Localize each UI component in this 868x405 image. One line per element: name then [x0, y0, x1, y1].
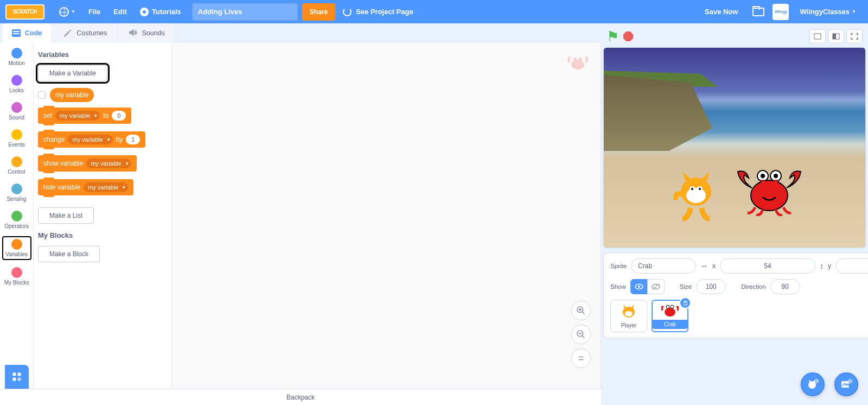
- sprite-y-input[interactable]: [835, 258, 868, 274]
- block-set-variable[interactable]: set my variable to 0: [38, 107, 131, 124]
- project-title-input[interactable]: Adding Lives: [192, 3, 298, 21]
- zoom-out-button[interactable]: [571, 325, 591, 344]
- block-palette: Variables Make a Variable my variable se…: [34, 43, 172, 389]
- equals-icon: =: [578, 353, 584, 364]
- sprite-card-crab-name: Crab: [653, 320, 687, 329]
- sprite-panel: Sprite ↔ x ↕ y Show Size: [603, 252, 866, 338]
- block-change-variable[interactable]: change my variable by 1: [38, 131, 145, 148]
- account-menu[interactable]: WiingyClasses ▼: [793, 0, 863, 23]
- show-var-arg[interactable]: my variable: [86, 159, 131, 168]
- category-variables[interactable]: Variables: [2, 236, 31, 260]
- fab-buttons: [801, 372, 858, 396]
- delete-sprite-button[interactable]: [679, 297, 691, 309]
- myblocks-dot-icon: [11, 267, 22, 278]
- folder-icon[interactable]: [752, 8, 764, 16]
- editor-tabs: Code Costumes Sounds: [0, 23, 601, 43]
- variable-visibility-checkbox[interactable]: [38, 91, 46, 99]
- set-value-input[interactable]: 0: [112, 111, 126, 121]
- block-show-variable[interactable]: show variable my variable: [38, 155, 137, 172]
- language-menu[interactable]: ▼: [53, 0, 82, 23]
- eye-off-icon: [652, 283, 660, 290]
- add-backdrop-button[interactable]: [834, 372, 858, 396]
- player-sprite-on-stage[interactable]: [672, 167, 720, 222]
- category-myblocks-label: My Blocks: [4, 280, 29, 286]
- sprite-direction-input[interactable]: [770, 279, 800, 294]
- make-variable-button[interactable]: Make a Variable: [38, 65, 107, 81]
- block-category-list: Motion Looks Sound Events Control Sensin…: [0, 43, 34, 389]
- svg-point-16: [699, 188, 701, 190]
- crab-thumb-icon: [660, 303, 680, 318]
- small-stage-icon: [814, 33, 821, 40]
- see-project-page-button[interactable]: See Project Page: [335, 0, 421, 23]
- svg-point-5: [579, 58, 582, 61]
- file-menu[interactable]: File: [82, 0, 107, 23]
- svg-point-21: [774, 174, 778, 178]
- script-workspace[interactable]: =: [172, 43, 601, 389]
- brush-icon: [62, 28, 72, 39]
- svg-point-12: [686, 188, 706, 203]
- globe-icon: [59, 7, 69, 17]
- image-plus-icon: [840, 378, 852, 390]
- make-block-button[interactable]: Make a Block: [38, 246, 100, 262]
- control-dot-icon: [11, 156, 22, 167]
- save-now-button[interactable]: Save Now: [698, 0, 744, 23]
- stop-button[interactable]: [623, 31, 633, 41]
- backpack-toggle[interactable]: Backpack: [0, 389, 601, 405]
- tab-costumes[interactable]: Costumes: [53, 23, 117, 43]
- category-control[interactable]: Control: [2, 155, 31, 176]
- green-flag-button[interactable]: ⚑: [607, 28, 619, 45]
- sprite-name-label: Sprite: [610, 263, 627, 269]
- category-operators[interactable]: Operators: [2, 209, 31, 231]
- zoom-in-button[interactable]: [571, 301, 591, 320]
- tutorials-button[interactable]: Tutorials: [133, 0, 188, 23]
- category-events[interactable]: Events: [2, 128, 31, 149]
- zoom-out-icon: [576, 330, 586, 339]
- share-button[interactable]: Share: [302, 3, 335, 21]
- sprite-x-input[interactable]: [720, 258, 815, 274]
- small-stage-button[interactable]: [809, 29, 826, 43]
- set-var-arg[interactable]: my variable: [55, 111, 100, 121]
- stage-canvas[interactable]: [603, 47, 866, 248]
- scratch-logo[interactable]: SCRATCH: [5, 4, 44, 20]
- see-project-label: See Project Page: [356, 8, 413, 16]
- tab-sounds[interactable]: Sounds: [118, 23, 175, 43]
- add-sprite-button[interactable]: [801, 372, 825, 396]
- hide-sprite-button[interactable]: [647, 279, 665, 294]
- fullscreen-button[interactable]: [846, 29, 863, 43]
- operators-dot-icon: [11, 211, 22, 222]
- svg-rect-2: [12, 378, 16, 381]
- svg-point-15: [691, 188, 693, 190]
- category-sensing[interactable]: Sensing: [2, 182, 31, 204]
- by-label: by: [116, 136, 123, 143]
- sprite-name-input[interactable]: [631, 258, 696, 274]
- block-variable-reporter[interactable]: my variable: [50, 88, 94, 102]
- edit-menu[interactable]: Edit: [107, 0, 133, 23]
- tab-code[interactable]: Code: [2, 23, 52, 43]
- sprite-card-crab[interactable]: Crab: [652, 300, 688, 332]
- change-var-arg[interactable]: my variable: [68, 135, 112, 144]
- direction-label: Direction: [741, 283, 765, 290]
- crab-sprite-on-stage[interactable]: [731, 162, 807, 216]
- block-hide-variable[interactable]: hide variable my variable: [38, 179, 133, 195]
- zoom-reset-button[interactable]: =: [571, 349, 591, 368]
- change-value-input[interactable]: 1: [126, 135, 140, 144]
- category-myblocks[interactable]: My Blocks: [2, 265, 31, 287]
- svg-rect-10: [833, 34, 836, 39]
- category-motion[interactable]: Motion: [2, 46, 31, 68]
- show-label: Show: [610, 283, 626, 290]
- svg-point-19: [761, 174, 765, 178]
- workspace-sprite-thumbnail: [566, 53, 590, 74]
- hide-var-arg[interactable]: my variable: [84, 182, 128, 192]
- category-looks[interactable]: Looks: [2, 73, 31, 95]
- sprite-size-input[interactable]: [696, 279, 726, 294]
- sound-icon: [128, 28, 138, 39]
- motion-dot-icon: [11, 48, 22, 59]
- category-control-label: Control: [8, 169, 25, 175]
- sprite-card-player[interactable]: Player: [610, 300, 647, 332]
- large-stage-button[interactable]: [828, 29, 844, 43]
- chevron-down-icon: ▼: [852, 9, 856, 14]
- make-list-button[interactable]: Make a List: [38, 207, 94, 224]
- show-sprite-button[interactable]: [630, 279, 648, 294]
- category-sound[interactable]: Sound: [2, 100, 31, 122]
- add-extension-button[interactable]: [5, 365, 29, 389]
